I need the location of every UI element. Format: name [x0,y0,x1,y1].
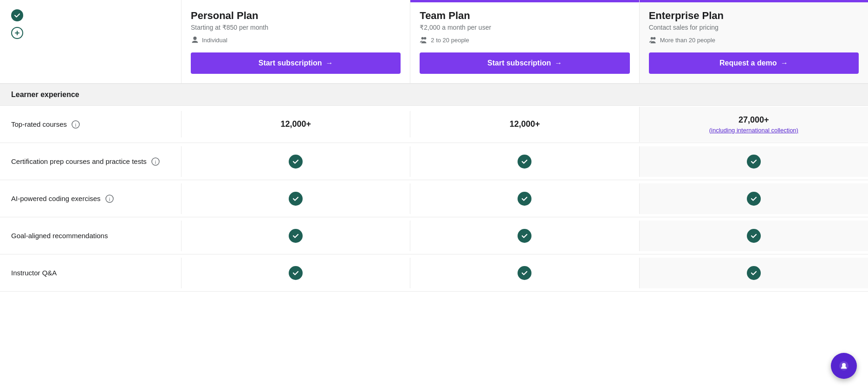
feature-row: Certification prep courses and practice … [0,143,868,180]
check-icon [518,229,531,243]
check-icon [747,155,761,169]
feature-number: 27,000+ [738,115,769,125]
feature-row: Instructor Q&A [0,254,868,292]
svg-text:i: i [75,122,76,128]
feature-value-cell-2 [639,221,868,251]
sections-container: Learner experience Top-rated courses i 1… [0,84,868,292]
subscribe-btn-label: Start subscription [487,59,551,67]
check-icon [518,192,531,206]
legend-addon [11,27,170,39]
feature-name-text: Goal-aligned recommendations [11,231,108,240]
subscribe-btn-enterprise[interactable]: Request a demo → [649,52,859,74]
plan-audience-enterprise: More than 20 people [649,36,859,44]
section-header-row: Learner experience [0,84,868,106]
info-icon[interactable]: i [105,195,114,203]
subscribe-btn-label: Start subscription [259,59,322,67]
feature-value-cell-1 [410,183,639,214]
plan-name-enterprise: Enterprise Plan [649,10,859,22]
feature-value-cell-2 [639,183,868,214]
plan-name-personal: Personal Plan [191,10,401,22]
feature-value-cell-1 [410,221,639,251]
feature-value-cell-0: 12,000+ [181,111,410,137]
people-icon [191,36,199,44]
feature-value-cell-0 [181,183,410,214]
feature-value-cell-1 [410,258,639,288]
plan-audience-personal: Individual [191,36,401,44]
plan-top-bar [640,0,868,2]
check-icon [289,192,303,206]
feature-number-sub: (including international collection) [709,127,798,134]
feature-value-cell-1 [410,146,639,177]
feature-number: 12,000+ [280,119,311,129]
people-icon [420,36,428,44]
plan-price-enterprise: Contact sales for pricing [649,24,859,31]
feature-number-wrapper: 12,000+ [280,119,311,129]
section-header-label: Learner experience [11,91,192,99]
legend-column [0,0,181,83]
plan-col-enterprise: Enterprise Plan Contact sales for pricin… [639,0,868,83]
addon-icon [11,27,23,39]
feature-name-cell: Instructor Q&A [0,260,181,286]
feature-name-cell: Certification prep courses and practice … [0,148,181,175]
chat-widget[interactable] [831,353,857,379]
subscribe-btn-arrow: → [555,59,562,67]
plan-top-bar [181,0,410,2]
check-icon [747,229,761,243]
feature-value-cell-2 [639,146,868,177]
feature-name-cell: Top-rated courses i [0,111,181,137]
plan-col-personal: Personal Plan Starting at ₹850 per month… [181,0,410,83]
feature-name-cell: Goal-aligned recommendations [0,222,181,249]
feature-name-text: AI-powered coding exercises [11,194,101,203]
plan-col-team: Team Plan ₹2,000 a month per user 2 to 2… [410,0,639,83]
feature-value-cell-2 [639,258,868,288]
check-icon [747,266,761,280]
subscribe-btn-personal[interactable]: Start subscription → [191,52,401,74]
feature-row: Top-rated courses i 12,000+ 12,000+ 27,0… [0,106,868,143]
plans-header: Personal Plan Starting at ₹850 per month… [0,0,868,84]
subscribe-btn-arrow: → [326,59,333,67]
check-icon [747,192,761,206]
check-icon [289,155,303,169]
check-icon [289,229,303,243]
info-icon[interactable]: i [71,120,80,129]
info-icon[interactable]: i [151,157,160,166]
feature-value-cell-0 [181,221,410,251]
svg-text:i: i [109,196,110,202]
feature-value-cell-2: 27,000+(including international collecti… [639,107,868,142]
plan-price-personal: Starting at ₹850 per month [191,24,401,31]
feature-value-cell-0 [181,146,410,177]
plan-name-team: Team Plan [420,10,629,22]
plan-audience-text: More than 20 people [660,37,715,44]
page-wrapper: Personal Plan Starting at ₹850 per month… [0,0,868,390]
check-icon [518,266,531,280]
plan-audience-text: 2 to 20 people [431,37,469,44]
plan-audience-team: 2 to 20 people [420,36,629,44]
feature-name-text: Certification prep courses and practice … [11,156,147,166]
subscribe-btn-arrow: → [781,59,788,67]
plan-price-team: ₹2,000 a month per user [420,24,629,31]
feature-number: 12,000+ [510,119,540,129]
people-icon [649,36,657,44]
subscribe-btn-label: Request a demo [719,59,777,67]
feature-number-wrapper: 12,000+ [510,119,540,129]
legend-included [11,9,170,21]
svg-text:i: i [155,159,156,165]
subscribe-btn-team[interactable]: Start subscription → [420,52,629,74]
check-icon [289,266,303,280]
feature-value-cell-1: 12,000+ [410,111,639,137]
feature-name-text: Instructor Q&A [11,268,57,278]
feature-row: Goal-aligned recommendations [0,217,868,254]
feature-value-cell-0 [181,258,410,288]
feature-name-text: Top-rated courses [11,119,67,129]
check-icon [518,155,531,169]
plan-top-bar [410,0,639,2]
feature-name-cell: AI-powered coding exercises i [0,185,181,212]
included-icon [11,9,23,21]
feature-number-wrapper: 27,000+(including international collecti… [709,115,798,134]
feature-row: AI-powered coding exercises i [0,180,868,217]
plan-audience-text: Individual [202,37,227,44]
